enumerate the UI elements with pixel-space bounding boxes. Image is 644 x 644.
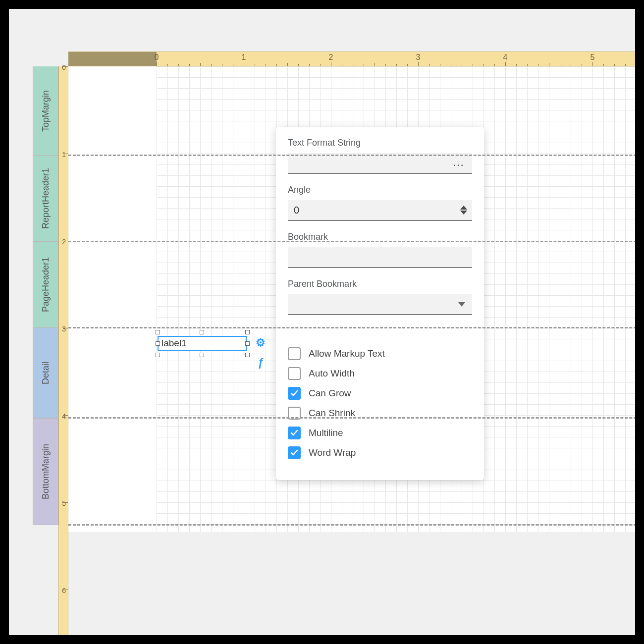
ruler-h-number: 5 <box>590 53 595 62</box>
gear-icon: ⚙ <box>256 336 266 349</box>
band-separator[interactable] <box>68 417 635 419</box>
band-bottommargin[interactable]: BottomMargin <box>33 418 58 525</box>
resize-handle-w[interactable] <box>156 341 160 346</box>
ruler-v-number: 1 <box>62 151 66 159</box>
resize-handle-sw[interactable] <box>156 353 160 357</box>
resize-handle-n[interactable] <box>200 330 204 334</box>
ruler-h-number: 1 <box>242 53 246 62</box>
band-separator[interactable] <box>68 155 635 156</box>
text-format-string-label: Text Format String <box>288 138 472 148</box>
ruler-v-number: 6 <box>62 587 66 594</box>
fx-icon: ƒ <box>258 356 264 369</box>
designer-canvas: 012345 0123456 TopMarginReportHeader1Pag… <box>17 9 635 635</box>
text-format-string-field[interactable]: … <box>288 153 472 174</box>
label-text: label1 <box>161 338 187 348</box>
checkbox-row: Word Wrap <box>288 446 472 459</box>
checkbox-label: Multiline <box>309 428 343 438</box>
smart-tag-gear-icon[interactable]: ⚙ <box>254 336 268 350</box>
spinner-down-icon[interactable] <box>460 211 467 215</box>
ruler-v-number: 3 <box>62 325 66 333</box>
angle-label: Angle <box>288 185 472 195</box>
bookmark-field[interactable] <box>288 247 472 268</box>
checkbox-row: Allow Markup Text <box>288 347 472 360</box>
checkbox-row: Auto Width <box>288 367 472 380</box>
resize-handle-s[interactable] <box>200 353 204 357</box>
checkbox-label: Allow Markup Text <box>309 348 385 359</box>
band-reportheader1[interactable]: ReportHeader1 <box>33 156 58 242</box>
checkbox-can-grow[interactable] <box>288 387 301 400</box>
parent-bookmark-label: Parent Bookmark <box>288 279 472 289</box>
checkbox-multiline[interactable] <box>288 427 301 439</box>
ruler-v-number: 0 <box>62 63 66 71</box>
resize-handle-e[interactable] <box>245 341 250 346</box>
checkbox-row: Can Grow <box>288 387 472 400</box>
resize-handle-nw[interactable] <box>156 330 160 334</box>
expression-fx-icon[interactable]: ƒ <box>254 356 268 370</box>
checkbox-label: Auto Width <box>309 368 355 379</box>
checkbox-label: Word Wrap <box>309 447 356 458</box>
band-detail[interactable]: Detail <box>33 328 58 418</box>
ruler-v-number: 2 <box>62 238 66 246</box>
checkbox-label: Can Grow <box>309 388 351 399</box>
ruler-horizontal[interactable]: 012345 <box>68 52 635 66</box>
ruler-h-number: 3 <box>416 53 421 62</box>
ruler-h-number: 0 <box>155 53 159 62</box>
checkbox-row: Multiline <box>288 427 472 439</box>
band-separator[interactable] <box>68 241 635 242</box>
checkbox-auto-width[interactable] <box>288 367 301 380</box>
checkbox-word-wrap[interactable] <box>288 446 301 459</box>
ruler-vertical[interactable]: 0123456 <box>58 66 68 635</box>
band-topmargin[interactable]: TopMargin <box>33 66 58 156</box>
ruler-corner <box>68 52 157 66</box>
parent-bookmark-field[interactable] <box>288 294 472 315</box>
band-labels: TopMarginReportHeader1PageHeader1DetailB… <box>33 66 58 525</box>
ruler-v-number: 5 <box>62 499 66 507</box>
ruler-v-number: 4 <box>62 412 66 420</box>
resize-handle-se[interactable] <box>245 353 250 357</box>
properties-panel: Text Format String … Angle 0 Bookmark Pa… <box>276 127 484 480</box>
designer-frame: 012345 0123456 TopMarginReportHeader1Pag… <box>9 9 635 635</box>
dropdown-arrow-icon[interactable] <box>458 302 465 307</box>
resize-handle-ne[interactable] <box>245 330 250 334</box>
angle-spinner <box>460 206 467 215</box>
angle-field[interactable]: 0 <box>288 200 472 221</box>
ruler-h-number: 4 <box>503 53 508 62</box>
band-separator[interactable] <box>68 524 635 526</box>
checkbox-allow-markup-text[interactable] <box>288 347 301 360</box>
band-separator[interactable] <box>68 327 635 328</box>
band-pageheader1[interactable]: PageHeader1 <box>33 242 58 328</box>
ruler-h-number: 2 <box>329 53 333 62</box>
selected-label[interactable]: label1 <box>158 336 247 351</box>
spinner-up-icon[interactable] <box>460 206 467 210</box>
